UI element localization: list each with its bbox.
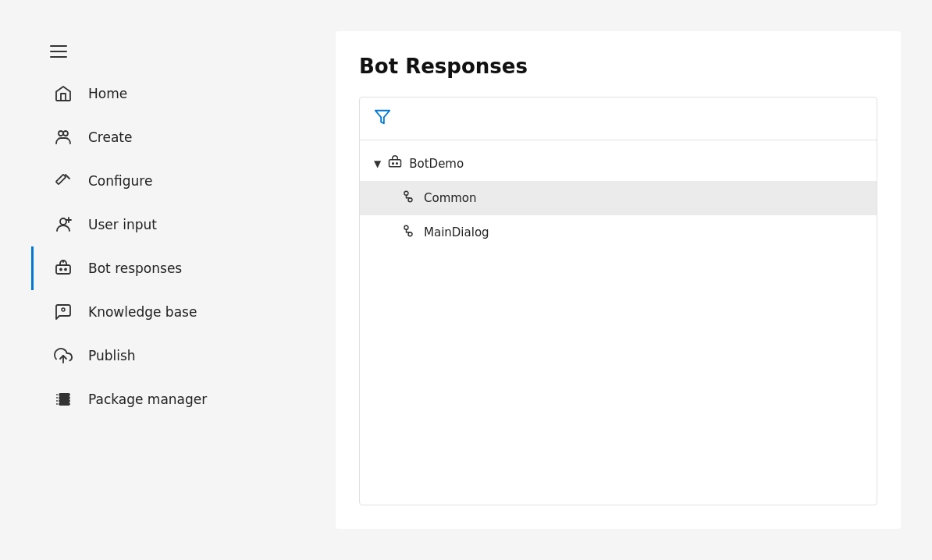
svg-rect-20 <box>390 160 401 167</box>
chevron-down-icon: ▼ <box>374 158 381 169</box>
sidebar-item-label-bot-responses: Bot responses <box>88 261 182 276</box>
tree-area: ▼ BotDemo <box>360 140 877 505</box>
sidebar-item-label-create: Create <box>88 129 133 145</box>
sidebar-item-user-input[interactable]: User input <box>31 203 336 246</box>
sidebar-item-label-home: Home <box>88 86 127 101</box>
sidebar-nav: Home Create <box>31 72 336 529</box>
tree-child-label-common: Common <box>424 191 477 205</box>
svg-rect-17 <box>59 400 69 402</box>
sidebar: Home Create <box>31 31 336 529</box>
filter-icon[interactable] <box>374 108 391 129</box>
tree-child-common[interactable]: Common <box>360 181 877 215</box>
sidebar-item-label-package-manager: Package manager <box>88 392 207 407</box>
page-title: Bot Responses <box>359 55 877 78</box>
svg-point-24 <box>408 198 412 202</box>
publish-icon <box>52 345 74 367</box>
svg-rect-5 <box>56 265 70 274</box>
tree-root-botdemo[interactable]: ▼ BotDemo <box>360 147 877 181</box>
tree-child-maindialog[interactable]: MainDialog <box>360 215 877 250</box>
svg-point-2 <box>60 218 66 225</box>
create-icon <box>52 126 74 148</box>
dialog-icon-common <box>400 189 416 207</box>
sidebar-item-label-configure: Configure <box>88 173 152 189</box>
configure-icon <box>52 170 74 192</box>
sidebar-item-package-manager[interactable]: Package manager <box>31 377 336 421</box>
knowledge-base-icon <box>52 301 74 323</box>
home-icon <box>52 83 74 105</box>
svg-point-9 <box>62 308 65 311</box>
sidebar-item-bot-responses[interactable]: Bot responses <box>31 246 336 290</box>
tree-children: Common MainDialog <box>360 181 877 250</box>
hamburger-menu-button[interactable] <box>31 31 336 72</box>
svg-rect-15 <box>59 394 69 395</box>
tree-child-label-maindialog: MainDialog <box>424 225 489 239</box>
filter-bar <box>360 97 877 140</box>
tree-root-icon <box>387 154 403 173</box>
svg-point-21 <box>393 163 394 165</box>
svg-point-22 <box>397 163 398 165</box>
svg-rect-16 <box>59 397 69 399</box>
content-area: ▼ BotDemo <box>359 97 877 505</box>
user-input-icon <box>52 214 74 236</box>
dialog-icon-maindialog <box>400 223 416 242</box>
sidebar-item-label-publish: Publish <box>88 348 136 363</box>
sidebar-item-knowledge-base[interactable]: Knowledge base <box>31 290 336 334</box>
sidebar-item-configure[interactable]: Configure <box>31 159 336 203</box>
svg-point-1 <box>63 131 68 136</box>
svg-marker-19 <box>375 111 390 124</box>
svg-point-6 <box>60 269 62 271</box>
svg-point-7 <box>65 269 66 271</box>
svg-point-23 <box>404 191 408 195</box>
sidebar-item-label-knowledge-base: Knowledge base <box>88 304 197 320</box>
tree-root-label: BotDemo <box>409 157 464 171</box>
sidebar-item-publish[interactable]: Publish <box>31 334 336 377</box>
main-panel: Bot Responses ▼ <box>336 31 901 529</box>
bot-responses-icon <box>52 257 74 279</box>
package-manager-icon <box>52 388 74 410</box>
hamburger-icon <box>50 45 67 58</box>
svg-rect-18 <box>59 403 69 405</box>
svg-point-0 <box>59 131 63 136</box>
sidebar-item-label-user-input: User input <box>88 217 157 232</box>
sidebar-item-create[interactable]: Create <box>31 115 336 159</box>
sidebar-item-home[interactable]: Home <box>31 72 336 115</box>
